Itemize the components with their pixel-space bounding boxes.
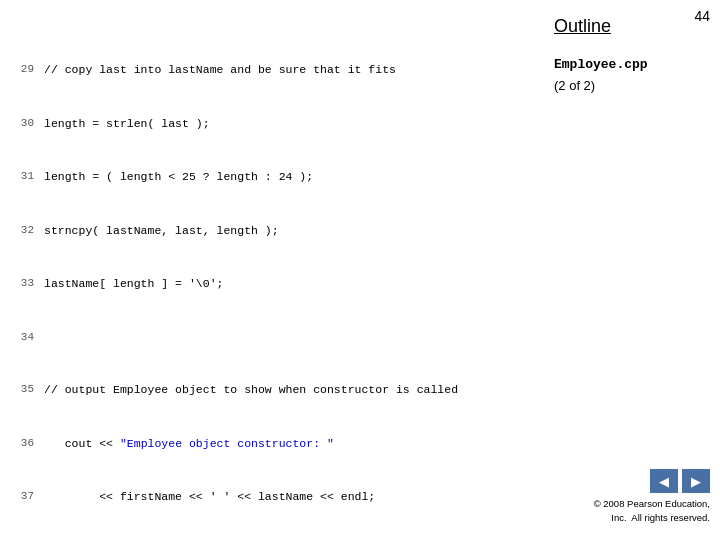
prev-button[interactable]: ◀ [650,469,678,493]
code-line-31: 31 length = ( length < 25 ? length : 24 … [10,168,530,186]
outline-title: Outline [554,16,706,37]
code-line-35: 35 // output Employee object to show whe… [10,381,530,399]
code-line-33: 33 lastName[ length ] = '\0'; [10,275,530,293]
code-line-36: 36 cout << "Employee object constructor:… [10,435,530,453]
next-button[interactable]: ▶ [682,469,710,493]
code-line-30: 30 length = strlen( last ); [10,115,530,133]
page-of-label: (2 of 2) [554,78,706,93]
code-panel: 29 // copy last into lastName and be sur… [0,0,540,540]
file-name: Employee.cpp [554,57,706,72]
code-line-32: 32 strncpy( lastName, last, length ); [10,222,530,240]
bottom-right: ◀ ▶ © 2008 Pearson Education,Inc. All ri… [594,469,710,524]
code-content: 29 // copy last into lastName and be sur… [10,8,530,540]
nav-buttons: ◀ ▶ [650,469,710,493]
right-panel: 44 Outline Employee.cpp (2 of 2) ◀ ▶ © 2… [540,0,720,540]
page-number: 44 [694,8,710,24]
code-line-37: 37 << firstName << ' ' << lastName << en… [10,488,530,506]
code-line-34: 34 [10,329,530,346]
main-container: 29 // copy last into lastName and be sur… [0,0,720,540]
code-line-29: 29 // copy last into lastName and be sur… [10,61,530,79]
copyright-text: © 2008 Pearson Education,Inc. All rights… [594,497,710,524]
